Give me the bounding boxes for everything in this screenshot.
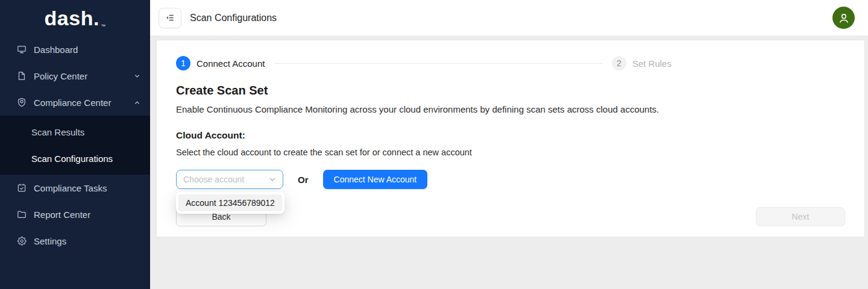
create-scan-set-card: 1 Connect Account 2 Set Rules Create Sca… [156,40,865,237]
main-column: Scan Configurations 1 Connect Account [150,0,868,289]
step-number-badge: 2 [612,56,626,70]
sidebar-item-label: Scan Results [31,127,84,137]
screen-edge-strip [863,0,868,289]
sidebar-item-label: Policy Center [34,71,87,81]
card-title: Create Scan Set [176,84,845,98]
connect-new-account-button[interactable]: Connect New Account [323,170,428,189]
or-label: Or [298,175,309,185]
account-select-wrapper: Choose account Account 123456789012 [176,170,283,189]
logo-trademark: ™ [101,23,106,29]
step-label: Connect Account [197,58,265,69]
app-logo: dash.™ [0,0,150,36]
person-icon [837,11,851,25]
sidebar-collapse-button[interactable] [159,8,181,28]
user-avatar[interactable] [832,7,855,29]
cloud-account-description: Select the cloud account to create the s… [176,148,845,157]
logo-text: dash. [45,7,99,30]
next-button[interactable]: Next [756,207,845,226]
sidebar-item-scan-results[interactable]: Scan Results [0,119,150,145]
gear-icon [17,236,27,246]
sidebar-item-policy-center[interactable]: Policy Center [0,63,150,89]
step-connector [274,63,602,64]
chevron-up-icon [134,99,140,106]
step-connect-account: 1 Connect Account [176,56,265,70]
account-controls-row: Choose account Account 123456789012 Or C… [176,170,845,189]
folder-icon [17,210,27,219]
sidebar-item-dashboard[interactable]: Dashboard [0,36,150,63]
cloud-account-heading: Cloud Account: [176,130,845,141]
stepper: 1 Connect Account 2 Set Rules [176,54,845,73]
sidebar-item-label: Scan Configurations [31,154,113,164]
menu-fold-icon [165,13,175,23]
app-screen: dash.™ Dashboard Policy Center [0,0,868,289]
sidebar: dash.™ Dashboard Policy Center [0,0,150,289]
sidebar-item-scan-configurations[interactable]: Scan Configurations [0,145,150,172]
sidebar-item-label: Dashboard [34,45,78,55]
shield-badge-icon [17,98,27,107]
sidebar-item-report-center[interactable]: Report Center [0,201,150,228]
chevron-down-icon [269,176,276,183]
step-set-rules: 2 Set Rules [612,56,671,70]
sidebar-item-compliance-tasks[interactable]: Compliance Tasks [0,175,150,201]
step-label: Set Rules [632,58,671,69]
compliance-center-submenu: Scan Results Scan Configurations [0,116,150,175]
sidebar-item-label: Report Center [34,210,90,220]
select-placeholder: Choose account [183,175,269,184]
sidebar-item-settings[interactable]: Settings [0,228,150,254]
calendar-check-icon [17,183,27,193]
document-icon [17,71,27,81]
account-option[interactable]: Account 123456789012 [178,194,282,211]
sidebar-item-label: Settings [34,236,66,246]
sidebar-nav: Dashboard Policy Center Compliance Cente… [0,36,150,254]
page-title: Scan Configurations [190,13,277,23]
card-description: Enable Continuous Compliance Monitoring … [176,104,845,114]
sidebar-item-label: Compliance Center [34,98,111,108]
sidebar-item-compliance-center[interactable]: Compliance Center [0,89,150,116]
step-number-badge: 1 [176,56,190,70]
sidebar-item-label: Compliance Tasks [34,183,107,193]
account-select[interactable]: Choose account [176,170,283,189]
monitor-icon [17,45,27,54]
top-header: Scan Configurations [150,0,868,36]
account-dropdown-panel: Account 123456789012 [176,192,285,214]
chevron-down-icon [134,73,140,79]
page-body: 1 Connect Account 2 Set Rules Create Sca… [150,36,868,289]
